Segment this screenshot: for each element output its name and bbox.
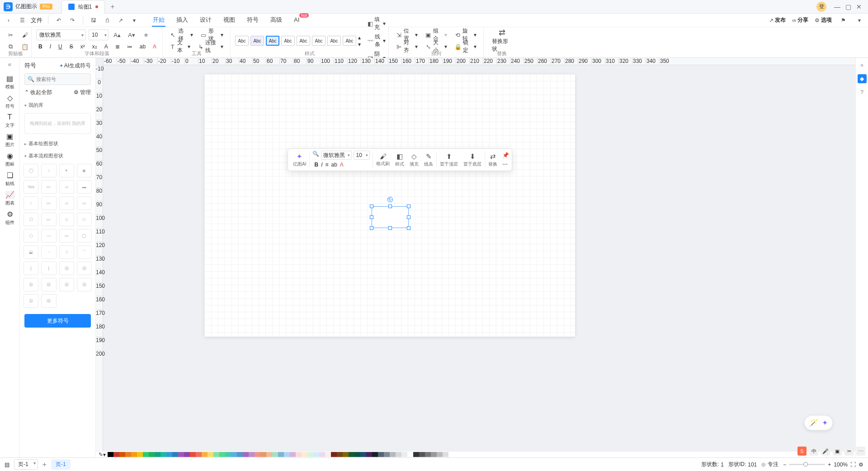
resize-handle-br[interactable] (407, 226, 410, 230)
color-swatch[interactable] (160, 452, 166, 457)
my-library-category[interactable]: 我的库 (20, 99, 95, 111)
focus-mode-button[interactable]: ◎ 专注 (761, 461, 778, 468)
print-button[interactable]: ⎙ (102, 15, 112, 25)
color-swatch[interactable] (143, 452, 149, 457)
export-dropdown[interactable]: ▾ (129, 15, 139, 25)
float-ab[interactable]: ab (331, 162, 337, 168)
color-swatch[interactable] (407, 452, 413, 457)
color-swatch[interactable] (272, 452, 278, 457)
shape-item-21[interactable]: → (41, 245, 56, 259)
copy-button[interactable]: ⧉ (5, 42, 16, 51)
italic-button[interactable]: I (47, 43, 53, 51)
search-input[interactable] (36, 76, 99, 82)
resize-handle-bm[interactable] (388, 226, 392, 230)
float-pin[interactable]: 📌 (502, 152, 509, 158)
color-swatch[interactable] (401, 452, 407, 457)
font-size-select[interactable]: 10 (89, 29, 108, 40)
color-swatch[interactable] (249, 452, 255, 457)
color-swatch[interactable] (278, 452, 284, 457)
resize-handle-mr[interactable] (407, 215, 410, 219)
shape-item-6[interactable]: ▱ (59, 180, 74, 194)
color-swatch[interactable] (155, 452, 160, 457)
style-preset-2[interactable]: Abc (266, 36, 279, 46)
shape-item-19[interactable]: ◯ (77, 229, 92, 243)
redo-button[interactable]: ↷ (67, 15, 77, 25)
font-color-button[interactable]: A (151, 43, 159, 51)
manage-button[interactable]: ⚙ 管理 (74, 89, 91, 96)
underline-button[interactable]: U (56, 43, 65, 51)
color-swatch[interactable] (349, 452, 354, 457)
menu-tab-开始[interactable]: 开始 (152, 14, 165, 27)
shape-item-24[interactable]: { (24, 262, 38, 275)
color-swatch[interactable] (319, 452, 325, 457)
ai-generate-button[interactable]: ✦ AI生成符号 (59, 62, 91, 70)
color-swatch[interactable] (343, 452, 349, 457)
color-swatch[interactable] (437, 452, 443, 457)
tray-screenshot-icon[interactable]: ▣ (833, 447, 842, 456)
shape-item-17[interactable]: — (41, 229, 56, 243)
shape-item-28[interactable]: ☹ (24, 278, 38, 291)
color-swatch[interactable] (307, 452, 313, 457)
color-swatch[interactable] (225, 452, 231, 457)
align-button[interactable]: ≡ (140, 30, 152, 39)
shape-item-31[interactable]: ☹ (77, 278, 92, 291)
shape-item-3[interactable]: ◉ (77, 164, 92, 177)
shape-item-10[interactable]: ▱ (59, 196, 74, 210)
shape-item-2[interactable]: ✦ (59, 164, 74, 177)
color-swatch[interactable] (366, 452, 372, 457)
tray-mic-icon[interactable]: 🎤 (821, 447, 830, 456)
color-swatch[interactable] (302, 452, 307, 457)
float-align[interactable]: ≡ (325, 162, 328, 168)
shape-item-9[interactable]: ▭ (41, 196, 56, 210)
hamburger-icon[interactable]: ☰ (17, 15, 27, 25)
color-swatch[interactable] (384, 452, 390, 457)
color-swatch[interactable] (360, 452, 366, 457)
color-swatch[interactable] (284, 452, 290, 457)
cut-button[interactable]: ✂ (5, 30, 16, 39)
publish-button[interactable]: ↗ 发布 (769, 16, 786, 24)
float-bold[interactable]: B (314, 162, 318, 168)
zoom-in-button[interactable]: + (828, 461, 831, 468)
color-swatch[interactable] (208, 452, 213, 457)
file-menu[interactable]: 文件 (31, 16, 42, 24)
style-preset-1[interactable]: Abc (250, 36, 264, 46)
shape-item-12[interactable]: ⬠ (24, 213, 38, 226)
color-swatch[interactable] (419, 452, 425, 457)
export-button[interactable]: ↗ (116, 15, 126, 25)
undo-button[interactable]: ↶ (54, 15, 64, 25)
brush-button[interactable]: 🖌 (19, 30, 31, 39)
color-swatch[interactable] (172, 452, 178, 457)
zoom-out-button[interactable]: − (783, 461, 786, 468)
style-preset-6[interactable]: Abc (327, 36, 341, 46)
grow-font-button[interactable]: A▴ (111, 30, 123, 39)
resize-handle-tm[interactable] (388, 205, 392, 208)
color-swatch[interactable] (131, 452, 137, 457)
shape-item-18[interactable]: ▭ (59, 229, 74, 243)
color-swatch[interactable] (431, 452, 437, 457)
color-swatch[interactable] (119, 452, 125, 457)
color-swatch[interactable] (313, 452, 319, 457)
save-button[interactable]: 🖫 (89, 15, 99, 25)
add-page-button[interactable]: + (42, 461, 47, 469)
color-swatch[interactable] (331, 452, 337, 457)
color-swatch[interactable] (196, 452, 202, 457)
color-swatch[interactable] (255, 452, 260, 457)
minimize-button[interactable]: — (832, 3, 843, 10)
float-ai-button[interactable]: ✦亿图AI (291, 152, 308, 168)
float-style-button[interactable]: ◧样式 (393, 152, 406, 168)
collapse-leftbar[interactable]: « (8, 61, 12, 68)
color-swatch[interactable] (190, 452, 196, 457)
tray-tools-icon[interactable]: ✂ (844, 447, 854, 456)
float-fill-button[interactable]: ◇填充 (407, 152, 421, 168)
selected-shape[interactable]: ↻ (372, 206, 409, 228)
float-size-select[interactable]: 10 (354, 151, 370, 160)
float-bottom-button[interactable]: ⬇置于底层 (461, 152, 484, 168)
eyedropper-icon[interactable]: ✎▾ (99, 452, 106, 458)
zoom-slider[interactable] (789, 464, 825, 465)
float-search-icon[interactable]: 🔍 (312, 151, 319, 160)
style-preset-5[interactable]: Abc (312, 36, 326, 46)
flowchart-shapes-category[interactable]: 基本流程图形状 (20, 150, 95, 162)
text-color-button[interactable]: A (102, 43, 110, 51)
shape-item-30[interactable]: ☹ (59, 278, 74, 291)
shape-item-32[interactable]: ☹ (24, 294, 38, 308)
